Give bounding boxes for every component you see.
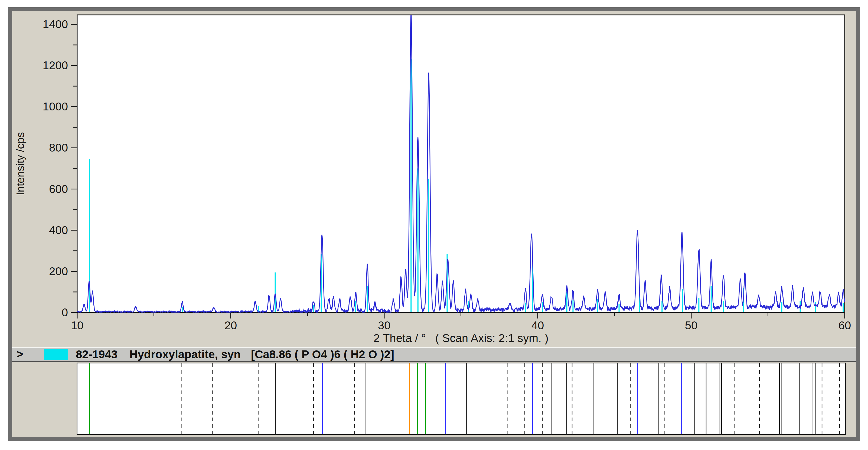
svg-text:400: 400	[49, 224, 68, 236]
svg-text:40: 40	[531, 319, 544, 332]
diffractogram-chart[interactable]: 10203040506002004006008001000120014002 T…	[12, 11, 856, 347]
phase-label: 82-1943Hydroxylapatite, syn[Ca8.86 ( P O…	[76, 348, 394, 361]
phase-bar: > 82-1943Hydroxylapatite, syn[Ca8.86 ( P…	[12, 347, 856, 362]
svg-text:20: 20	[224, 319, 237, 332]
svg-text:200: 200	[49, 265, 68, 278]
svg-text:1200: 1200	[43, 59, 68, 72]
reference-pattern-panel[interactable]	[76, 363, 846, 435]
xrd-software-window: 10203040506002004006008001000120014002 T…	[8, 7, 860, 441]
svg-text:0: 0	[62, 306, 68, 319]
svg-text:800: 800	[49, 141, 68, 154]
y-axis-title: Intensity /cps	[14, 132, 26, 195]
svg-text:50: 50	[685, 319, 698, 332]
svg-text:1400: 1400	[43, 18, 68, 31]
svg-text:1000: 1000	[43, 100, 68, 113]
svg-text:600: 600	[49, 183, 68, 195]
phase-pattern-id: 82-1943	[76, 348, 118, 361]
x-axis-title: 2 Theta / ° ( Scan Axis: 2:1 sym. )	[373, 332, 548, 345]
phase-color-swatch[interactable]	[44, 349, 68, 360]
svg-text:60: 60	[838, 319, 851, 332]
page: { "window": { "frame_color": "#6d6d6d", …	[0, 0, 868, 450]
svg-text:30: 30	[378, 319, 391, 332]
phase-formula: [Ca8.86 ( P O4 )6 ( H2 O )2]	[251, 348, 394, 361]
expand-pattern-arrow-icon[interactable]: >	[17, 348, 23, 361]
svg-text:10: 10	[71, 319, 84, 332]
phase-name: Hydroxylapatite, syn	[129, 348, 241, 361]
